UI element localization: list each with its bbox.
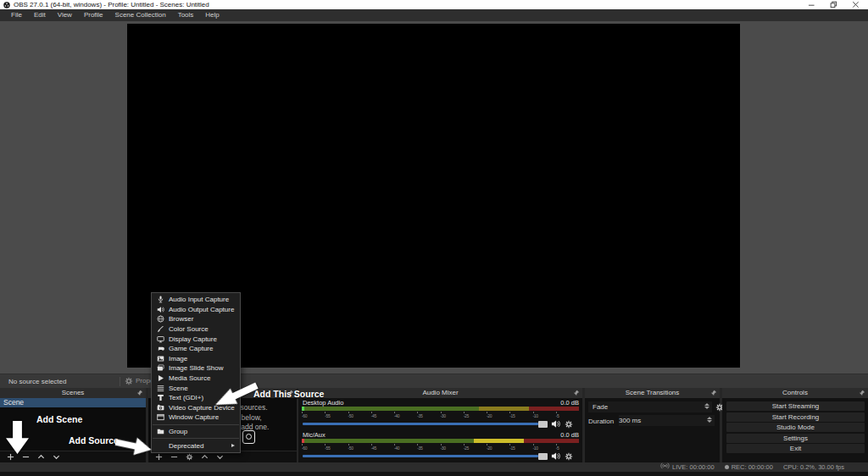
tick-label: -15 xyxy=(509,446,532,450)
monitor-icon xyxy=(156,335,164,343)
gear-icon[interactable] xyxy=(564,451,573,461)
add-button[interactable] xyxy=(154,453,163,462)
menubar-item-help[interactable]: Help xyxy=(199,9,225,21)
tick-label: -5 xyxy=(556,446,579,450)
window-icon xyxy=(156,413,164,422)
add-this-source-annotation: Add This Source xyxy=(253,389,324,399)
menu-item-window-capture[interactable]: Window Capture xyxy=(152,412,240,423)
spinbox-carets-icon[interactable] xyxy=(707,417,712,423)
mixer-channel-level: 0.0 dB xyxy=(560,431,579,439)
meter-tick-labels: -60-55-50-45-40-35-30-25-20-15-10-5 xyxy=(302,413,579,418)
menubar-item-file[interactable]: File xyxy=(5,9,28,21)
menu-item-label: Color Source xyxy=(169,325,209,333)
controls-header[interactable]: Controls xyxy=(722,388,868,398)
add-source-menu: Audio Input CaptureAudio Output CaptureB… xyxy=(151,292,241,453)
cpu-status: CPU: 0.2%, 30.00 fps xyxy=(783,463,844,471)
audio-mixer-header[interactable]: Audio Mixer xyxy=(298,388,582,398)
speaker-icon[interactable] xyxy=(550,419,560,429)
menu-item-audio-input-capture[interactable]: Audio Input Capture xyxy=(152,295,240,305)
controls-content: Start StreamingStart RecordingStudio Mod… xyxy=(722,398,868,462)
menu-item-label: Display Capture xyxy=(169,335,217,343)
properties-button[interactable] xyxy=(185,453,193,462)
transition-select[interactable]: Fade xyxy=(588,401,712,412)
menu-item-deprecated[interactable]: Deprecated xyxy=(152,440,240,451)
mixer-channel-name: Mic/Aux xyxy=(303,431,326,439)
volume-slider-handle[interactable] xyxy=(538,453,548,460)
rec-status: REC: 00:00:00 xyxy=(725,463,773,471)
remove-button[interactable] xyxy=(21,453,30,462)
move-up-button[interactable] xyxy=(36,453,45,462)
menu-item-game-capture[interactable]: Game Capture xyxy=(152,344,240,354)
menubar-item-view[interactable]: View xyxy=(52,9,78,21)
gear-icon[interactable] xyxy=(564,419,573,429)
speaker-icon[interactable] xyxy=(550,451,560,461)
obs-logo-icon xyxy=(3,2,10,8)
gear-icon xyxy=(125,377,133,385)
volume-slider-track[interactable] xyxy=(303,423,538,425)
menu-item-browser[interactable]: Browser xyxy=(152,314,240,324)
add-source-annotation: Add Source xyxy=(69,435,119,446)
menu-item-label: Window Capture xyxy=(169,413,219,421)
duration-input[interactable]: 300 ms xyxy=(619,415,715,426)
settings-button[interactable]: Settings xyxy=(726,434,865,443)
tick-label: -40 xyxy=(394,413,417,418)
play-icon xyxy=(156,374,164,383)
context-bar-divider xyxy=(120,377,120,386)
volume-slider-handle[interactable] xyxy=(538,421,548,428)
tick-label: -60 xyxy=(302,413,325,418)
mixer-channel-header: Desktop Audio0.0 dB xyxy=(302,399,579,406)
exit-button[interactable]: Exit xyxy=(726,444,865,453)
pin-icon[interactable] xyxy=(573,390,580,396)
menu-item-label: Image Slide Show xyxy=(169,364,223,372)
start-streaming-button[interactable]: Start Streaming xyxy=(726,401,865,411)
menubar-item-edit[interactable]: Edit xyxy=(28,9,52,21)
scene-list-icon xyxy=(156,384,164,392)
studio-mode-button[interactable]: Studio Mode xyxy=(726,423,865,432)
scene-list-item[interactable]: Scene xyxy=(0,398,146,407)
remove-button[interactable] xyxy=(170,453,178,462)
menubar-item-scene-collection[interactable]: Scene Collection xyxy=(109,9,172,21)
move-down-button[interactable] xyxy=(215,453,224,462)
pin-icon[interactable] xyxy=(859,390,865,396)
scenes-panel-title: Scenes xyxy=(62,389,85,396)
tick-label: -55 xyxy=(325,413,348,418)
menu-item-display-capture[interactable]: Display Capture xyxy=(152,334,240,344)
tick-label: -30 xyxy=(441,413,464,418)
combo-carets-icon xyxy=(704,403,709,409)
controls-panel: Controls Start StreamingStart RecordingS… xyxy=(722,388,868,462)
menu-item-label: Audio Output Capture xyxy=(169,306,234,313)
move-up-button[interactable] xyxy=(200,453,209,462)
pin-icon[interactable] xyxy=(710,390,717,396)
volume-meter xyxy=(302,439,579,443)
scene-transitions-header[interactable]: Scene Transitions xyxy=(585,388,720,398)
tick-label: -30 xyxy=(441,446,464,450)
add-button[interactable] xyxy=(6,453,14,462)
pin-icon[interactable] xyxy=(136,390,143,396)
paintbrush-icon xyxy=(156,325,164,334)
restore-button[interactable] xyxy=(822,0,844,9)
menu-item-color-source[interactable]: Color Source xyxy=(152,324,240,335)
menu-item-group[interactable]: Group xyxy=(152,427,240,437)
bottom-strip xyxy=(0,472,868,476)
menu-item-audio-output-capture[interactable]: Audio Output Capture xyxy=(152,305,240,315)
gamepad-icon xyxy=(156,345,164,353)
volume-slider-track[interactable] xyxy=(303,455,538,457)
slideshow-icon xyxy=(156,364,164,373)
tick-label: -55 xyxy=(325,446,348,450)
meter-segment xyxy=(302,439,474,443)
volume-slider-row xyxy=(302,452,579,460)
scenes-panel-header[interactable]: Scenes xyxy=(0,388,146,398)
menu-item-media-source[interactable]: Media Source xyxy=(152,374,240,384)
menubar-item-tools[interactable]: Tools xyxy=(172,9,200,21)
camera-lens-icon xyxy=(242,430,255,444)
close-button[interactable] xyxy=(844,0,866,9)
mixer-channel-mic-aux: Mic/Aux0.0 dB-60-55-50-45-40-35-30-25-20… xyxy=(302,431,579,462)
tick-label: -25 xyxy=(464,413,487,418)
start-recording-button[interactable]: Start Recording xyxy=(726,412,865,422)
menu-item-image[interactable]: Image xyxy=(152,354,240,364)
move-down-button[interactable] xyxy=(52,453,60,462)
minimize-button[interactable] xyxy=(800,0,822,9)
menu-item-image-slide-show[interactable]: Image Slide Show xyxy=(152,363,240,374)
source-context-bar: No source selected Properties xyxy=(0,374,868,388)
menubar-item-profile[interactable]: Profile xyxy=(78,9,109,21)
